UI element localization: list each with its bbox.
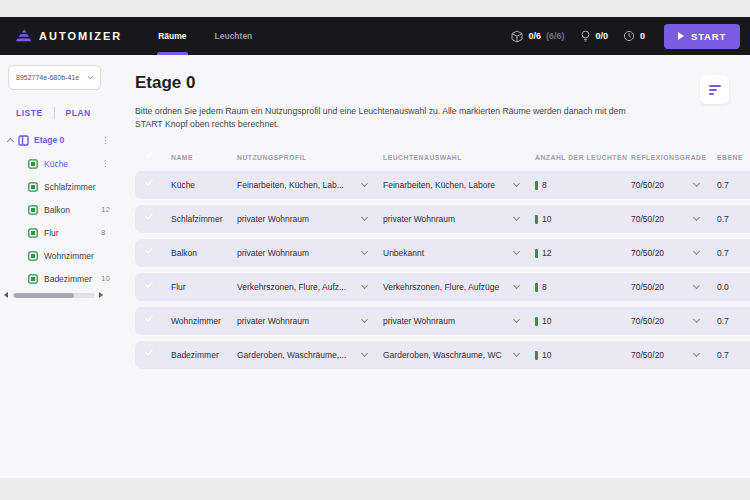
main-content: Etage 0 Bitte ordnen Sie jedem Raum ein …: [110, 55, 750, 478]
table-row: Küche Feinarbeiten, Küchen, Lab... Feina…: [135, 171, 750, 199]
leuchtenauswahl-value: Feinarbeiten, Küchen, Labore: [383, 180, 495, 190]
leuchtenauswahl-select[interactable]: privater Wohnraum: [379, 214, 531, 224]
project-select-dropdown[interactable]: 8952774e-680b-41e: [8, 65, 101, 90]
nav-status-area: 0/6 (6/6) 0/0 0 START: [511, 24, 740, 49]
cube-icon: [511, 30, 523, 43]
room-icon: [28, 205, 38, 215]
screenshot-frame: AUTOMIZER Räume Leuchten 0/6 (6/6): [0, 0, 750, 500]
reflexionsgrade-value: 70/50/20: [631, 214, 664, 224]
nutzungsprofil-select[interactable]: privater Wohnraum: [233, 214, 379, 224]
leuchtenauswahl-select[interactable]: privater Wohnraum: [379, 316, 531, 326]
leuchtenauswahl-value: Garderoben, Waschräume, WC: [383, 350, 502, 360]
luminaires-counter-value: 0/0: [596, 31, 609, 41]
table-header-row: NAME NUTZUNGSPROFIL LEUCHTENAUSWAHL ANZA…: [135, 148, 750, 166]
anzahl-cell: 12: [531, 248, 627, 258]
brand-name: AUTOMIZER: [39, 30, 122, 42]
filter-button[interactable]: [700, 75, 729, 104]
reflexionsgrade-select[interactable]: 70/50/20: [627, 214, 713, 224]
anzahl-cell: 10: [531, 350, 627, 360]
sidebar-view-tabs: LISTE PLAN: [16, 107, 91, 119]
tree-item-flur[interactable]: Flur 8: [0, 221, 110, 244]
reflexionsgrade-select[interactable]: 70/50/20: [627, 248, 713, 258]
page-title: Etage 0: [135, 73, 195, 93]
scroll-left-arrow-icon[interactable]: [4, 292, 8, 298]
filter-icon: [709, 85, 721, 95]
tree-item-schlafzimmer[interactable]: Schlafzimmer: [0, 175, 110, 198]
reflexionsgrade-select[interactable]: 70/50/20: [627, 316, 713, 326]
nav-tab-leuchten[interactable]: Leuchten: [201, 17, 267, 55]
tree-item-etage-0[interactable]: Etage 0 ⋮: [0, 128, 110, 152]
leuchtenauswahl-select[interactable]: Unbekannt: [379, 248, 531, 258]
view-tab-divider: [54, 107, 55, 119]
luminaires-counter: 0/0: [580, 30, 609, 43]
kebab-menu-icon[interactable]: ⋮: [101, 135, 110, 145]
anzahl-cell: 10: [531, 316, 627, 326]
chevron-down-icon: [88, 73, 93, 78]
leuchtenauswahl-select[interactable]: Verkehrszonen, Flure, Aufzüge: [379, 282, 531, 292]
start-button[interactable]: START: [664, 24, 740, 49]
nutzungsprofil-select[interactable]: privater Wohnraum: [233, 248, 379, 258]
nutzungsprofil-select[interactable]: Feinarbeiten, Küchen, Lab...: [233, 180, 379, 190]
luminaire-bar-icon: [535, 181, 538, 190]
anzahl-cell: 10: [531, 214, 627, 224]
scroll-right-arrow-icon[interactable]: [99, 292, 103, 298]
sidebar-horizontal-scrollbar[interactable]: [4, 291, 103, 299]
room-icon: [28, 228, 38, 238]
tree-item-kueche[interactable]: Küche ⋮: [0, 152, 110, 175]
leuchtenauswahl-value: Verkehrszonen, Flure, Aufzüge: [383, 282, 499, 292]
room-name: Badezimmer: [167, 350, 233, 360]
project-select-value: 8952774e-680b-41e: [16, 74, 79, 81]
nutzungsprofil-select[interactable]: Verkehrszonen, Flure, Aufz...: [233, 282, 379, 292]
anzahl-value: 8: [542, 282, 547, 292]
column-header-leuchtenauswahl: LEUCHTENAUSWAHL: [379, 154, 531, 161]
chevron-up-icon[interactable]: [7, 138, 14, 145]
view-tab-plan[interactable]: PLAN: [66, 108, 91, 118]
leuchtenauswahl-select[interactable]: Feinarbeiten, Küchen, Labore: [379, 180, 531, 190]
tree-item-trailing: 10: [101, 274, 110, 283]
leuchtenauswahl-select[interactable]: Garderoben, Waschräume, WC: [379, 350, 531, 360]
tree-item-wohnzimmer[interactable]: Wohnzimmer: [0, 244, 110, 267]
reflexionsgrade-value: 70/50/20: [631, 350, 664, 360]
view-tab-liste[interactable]: LISTE: [16, 108, 43, 118]
nutzungsprofil-select[interactable]: privater Wohnraum: [233, 316, 379, 326]
nutzungsprofil-select[interactable]: Garderoben, Waschräume,...: [233, 350, 379, 360]
luminaire-bar-icon: [535, 317, 538, 326]
room-icon: [28, 159, 38, 169]
automizer-logo-icon: [15, 29, 32, 44]
time-counter: 0: [623, 30, 645, 42]
ebene-value: 0.7: [713, 248, 750, 258]
chevron-down-icon: [513, 316, 520, 323]
nav-tab-label: Räume: [158, 31, 186, 41]
column-header-ebene: EBENE: [713, 154, 750, 161]
chevron-down-icon: [361, 350, 368, 357]
reflexionsgrade-select[interactable]: 70/50/20: [627, 282, 713, 292]
chevron-down-icon: [693, 180, 700, 187]
chevron-down-icon: [513, 214, 520, 221]
chevron-down-icon: [693, 316, 700, 323]
room-icon: [28, 251, 38, 261]
page-description: Bitte ordnen Sie jedem Raum ein Nutzungs…: [135, 105, 647, 132]
nutzungsprofil-value: Verkehrszonen, Flure, Aufz...: [237, 282, 346, 292]
tree-item-label: Küche: [44, 159, 68, 169]
scrollbar-track[interactable]: [12, 293, 95, 298]
bulb-icon: [580, 30, 591, 43]
room-name: Schlafzimmer: [167, 214, 233, 224]
tree-item-trailing[interactable]: ⋮: [101, 159, 109, 168]
column-header-anzahl: ANZAHL DER LEUCHTEN: [531, 154, 627, 161]
leuchtenauswahl-value: privater Wohnraum: [383, 214, 455, 224]
scrollbar-thumb[interactable]: [14, 293, 74, 298]
tree-item-badezimmer[interactable]: Badezimmer 10: [0, 267, 110, 290]
reflexionsgrade-select[interactable]: 70/50/20: [627, 180, 713, 190]
rooms-counter-extra: (6/6): [546, 31, 565, 41]
column-header-name: NAME: [167, 154, 233, 161]
table-row: Badezimmer Garderoben, Waschräume,... Ga…: [135, 341, 750, 369]
nav-tab-raeume[interactable]: Räume: [144, 17, 200, 55]
play-icon: [678, 32, 684, 40]
reflexionsgrade-select[interactable]: 70/50/20: [627, 350, 713, 360]
reflexionsgrade-value: 70/50/20: [631, 248, 664, 258]
chevron-down-icon: [513, 282, 520, 289]
tree-item-balkon[interactable]: Balkon 12: [0, 198, 110, 221]
nutzungsprofil-value: Feinarbeiten, Küchen, Lab...: [237, 180, 344, 190]
tree-item-label: Schlafzimmer: [44, 182, 95, 192]
ebene-value: 0.7: [713, 180, 750, 190]
